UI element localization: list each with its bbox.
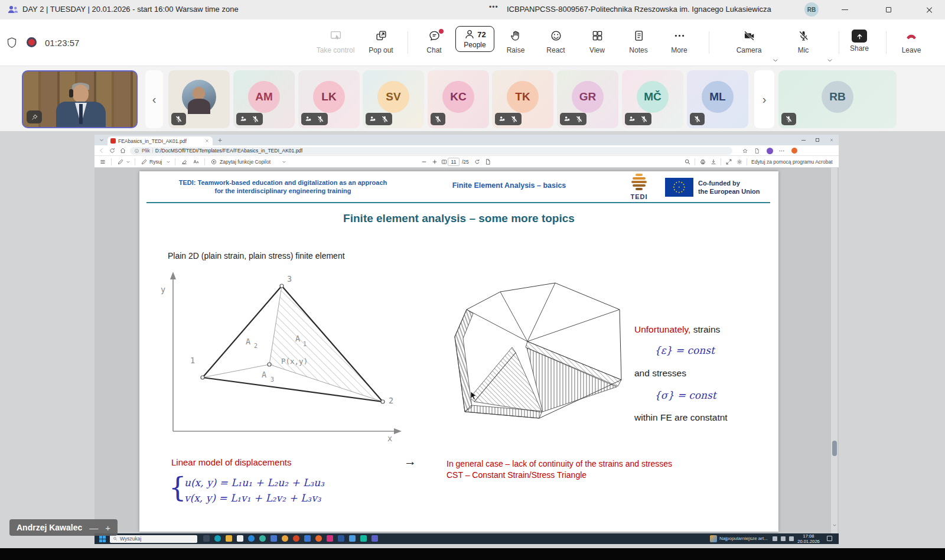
pdf-menu-icon[interactable]	[99, 158, 106, 165]
taskbar-app-icon[interactable]	[271, 535, 277, 542]
minimize-button[interactable]	[832, 0, 858, 19]
camera-button[interactable]: Camera	[730, 30, 768, 54]
pinned-presenter-video[interactable]	[22, 70, 138, 128]
favorites-star-icon[interactable]	[742, 148, 748, 154]
tray-up-icon[interactable]	[773, 536, 777, 541]
save-icon[interactable]	[710, 158, 717, 165]
taskbar-app-icon[interactable]	[360, 535, 367, 542]
taskbar-app-icon[interactable]	[282, 535, 288, 542]
zoom-out-icon[interactable]	[421, 158, 428, 165]
mic-button[interactable]: Mic	[784, 30, 822, 54]
expand-icon[interactable]	[725, 158, 732, 165]
fit-page-icon[interactable]	[441, 158, 448, 165]
participant-tile[interactable]: GR	[557, 70, 618, 128]
taskbar-news-widget[interactable]: Najpopularniejsze art...	[710, 535, 768, 542]
taskbar-app-icon[interactable]	[349, 535, 356, 542]
taskbar-app-icon[interactable]	[259, 535, 266, 542]
filmstrip-prev-button[interactable]: ‹	[145, 70, 163, 128]
scrollbar-thumb[interactable]	[832, 441, 837, 456]
network-icon[interactable]	[781, 536, 786, 541]
chat-button[interactable]: Chat	[415, 30, 453, 54]
refresh-icon[interactable]	[109, 147, 116, 154]
eraser-icon[interactable]	[181, 158, 188, 165]
react-button[interactable]: React	[537, 30, 575, 54]
highlighter-chevron-icon[interactable]	[125, 158, 131, 165]
pdf-scrollbar[interactable]	[831, 168, 838, 533]
notification-center-icon[interactable]	[827, 536, 832, 541]
acrobat-edit-label[interactable]: Edytuj za pomocą programu Acrobat	[751, 159, 833, 165]
zoom-in-icon[interactable]	[431, 158, 438, 165]
mic-options-chevron-icon[interactable]	[826, 56, 834, 64]
taskbar-app-icon[interactable]	[304, 535, 311, 542]
participant-tile[interactable]	[168, 70, 230, 128]
start-button-icon[interactable]	[99, 536, 106, 542]
draw-pen-icon[interactable]	[141, 158, 148, 165]
page-view-icon[interactable]	[484, 158, 491, 165]
participant-tile[interactable]: ML	[687, 70, 748, 128]
search-icon[interactable]	[684, 158, 691, 165]
participant-tile[interactable]: MČ	[622, 70, 683, 128]
new-tab-icon[interactable]	[217, 137, 223, 144]
taskbar-app-icon[interactable]	[338, 535, 344, 542]
taskbar-app-icon[interactable]	[214, 535, 221, 542]
profile-avatar-icon[interactable]	[767, 148, 773, 154]
raise-hand-button[interactable]: Raise	[497, 30, 535, 54]
url-field[interactable]: Plik D:/DocMSOff/TEDI/Templates/FEA/FEAb…	[130, 147, 732, 155]
taskbar-app-icon[interactable]	[226, 535, 232, 542]
titlebar-menu-dots[interactable]: •••	[489, 3, 498, 11]
leave-button[interactable]: Leave	[895, 30, 928, 54]
close-button[interactable]	[917, 0, 943, 19]
taskbar-clock[interactable]: 17:0820.01.2026	[795, 534, 822, 544]
participant-tile[interactable]: LK	[298, 70, 360, 128]
home-icon[interactable]	[119, 147, 126, 154]
participant-tile[interactable]: KC	[428, 70, 489, 128]
print-icon[interactable]	[699, 158, 706, 165]
browser-close-button[interactable]	[825, 135, 839, 145]
camera-options-chevron-icon[interactable]	[771, 56, 780, 64]
taskbar-app-icon[interactable]	[237, 535, 243, 542]
more-button[interactable]: More	[660, 30, 698, 54]
copilot-chat-icon[interactable]	[791, 148, 797, 154]
text-tool-icon[interactable]	[193, 158, 200, 165]
copilot-label[interactable]: Zapytaj funkcje Copilot	[220, 159, 271, 165]
notes-button[interactable]: Notes	[620, 30, 657, 54]
zoom-in-control[interactable]: +	[105, 523, 110, 533]
back-icon[interactable]	[98, 147, 105, 154]
pop-out-button[interactable]: Pop out	[362, 30, 400, 54]
taskbar-app-icon[interactable]	[315, 535, 322, 542]
take-control-button[interactable]: Take control	[315, 30, 356, 54]
rotate-icon[interactable]	[474, 158, 481, 165]
taskbar-app-icon[interactable]	[203, 535, 210, 542]
taskbar-app-icon[interactable]	[372, 535, 378, 542]
people-button[interactable]: 72 People	[455, 26, 494, 52]
draw-chevron-icon[interactable]	[165, 158, 171, 165]
browser-restore-button[interactable]	[810, 135, 825, 145]
settings-gear-icon[interactable]	[736, 158, 743, 165]
copilot-chevron-icon[interactable]	[281, 158, 287, 165]
draw-label[interactable]: Rysuj	[149, 159, 162, 165]
tab-search-chevron-icon[interactable]	[98, 136, 105, 144]
participant-tile[interactable]: SV	[363, 70, 424, 128]
taskbar-search-box[interactable]: Wyszukaj	[110, 535, 197, 543]
collections-icon[interactable]	[754, 148, 760, 154]
browser-more-dots-icon[interactable]	[778, 148, 785, 154]
participant-tile[interactable]: AM	[233, 70, 295, 128]
volume-icon[interactable]	[789, 536, 794, 541]
share-button[interactable]: Share	[843, 30, 876, 53]
taskbar-app-icon[interactable]	[248, 535, 255, 542]
highlighter-icon[interactable]	[117, 158, 124, 165]
tab-close-icon[interactable]	[204, 138, 210, 144]
scrollbar-down-icon[interactable]	[832, 522, 838, 528]
taskbar-app-icon[interactable]	[293, 535, 299, 542]
participant-tile[interactable]: TK	[492, 70, 553, 128]
filmstrip-next-button[interactable]: ›	[754, 70, 774, 128]
taskbar-app-icon[interactable]	[327, 535, 333, 542]
zoom-out-control[interactable]: —	[89, 523, 98, 533]
browser-tab[interactable]: FEAbasics_in_TEDI_AK01.pdf	[107, 136, 213, 145]
user-avatar[interactable]: RB	[804, 2, 819, 17]
copilot-icon[interactable]	[210, 158, 217, 165]
restore-button[interactable]	[875, 0, 901, 19]
participant-tile[interactable]: RB	[778, 70, 897, 128]
browser-minimize-button[interactable]	[796, 135, 810, 145]
page-number-input[interactable]: 11	[448, 158, 460, 166]
